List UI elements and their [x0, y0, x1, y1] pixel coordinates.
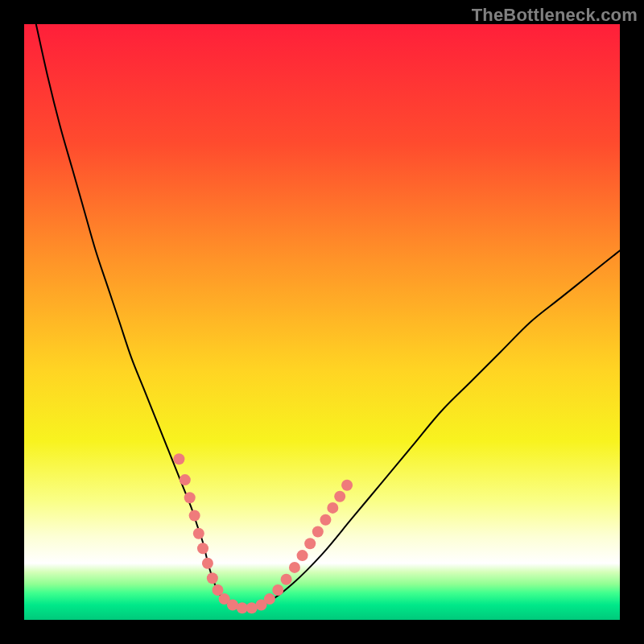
highlight-bead: [289, 562, 300, 573]
highlight-bead: [272, 584, 283, 596]
highlight-bead: [264, 593, 275, 605]
chart-svg: [24, 24, 620, 620]
highlight-bead: [207, 572, 218, 584]
highlight-bead: [202, 558, 213, 569]
plot-area: [24, 24, 620, 620]
highlight-bead: [180, 474, 191, 485]
highlight-bead: [227, 600, 238, 611]
highlight-bead: [334, 491, 345, 502]
highlight-bead: [184, 492, 196, 503]
outer-frame: TheBottleneck.com: [0, 0, 644, 644]
highlight-bead: [246, 602, 258, 613]
highlight-bead: [297, 550, 308, 561]
highlight-bead: [197, 543, 208, 554]
highlight-bead: [312, 526, 324, 537]
highlight-bead: [304, 538, 316, 549]
highlight-bead: [173, 453, 184, 464]
highlight-bead: [281, 574, 292, 585]
highlight-bead: [327, 502, 338, 514]
highlight-bead: [341, 480, 353, 491]
highlight-bead: [193, 528, 204, 539]
highlight-bead: [320, 514, 331, 526]
watermark-text: TheBottleneck.com: [472, 5, 638, 26]
highlight-bead: [189, 510, 200, 522]
